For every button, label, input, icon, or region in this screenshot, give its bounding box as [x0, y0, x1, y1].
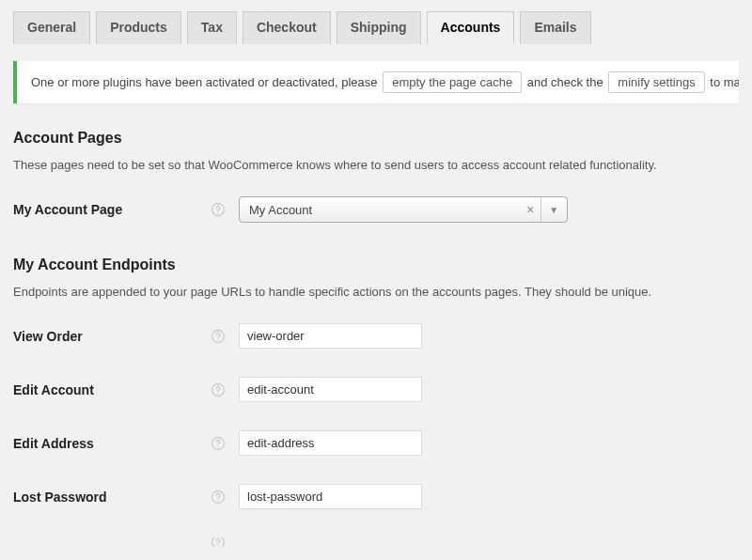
view-order-label: View Order [13, 329, 211, 344]
tab-general[interactable]: General [13, 11, 90, 44]
edit-account-row: Edit Account [13, 377, 739, 402]
notice-text: to ma [710, 75, 739, 89]
svg-point-11 [217, 545, 218, 546]
edit-address-label: Edit Address [13, 436, 211, 451]
account-pages-desc: These pages need to be set so that WooCo… [13, 158, 739, 172]
edit-address-input[interactable] [239, 430, 422, 456]
svg-point-1 [217, 212, 218, 213]
svg-point-3 [217, 339, 218, 340]
view-order-input[interactable] [239, 323, 422, 349]
next-row-partial [13, 537, 739, 547]
tab-checkout[interactable]: Checkout [243, 11, 331, 44]
help-icon[interactable] [211, 490, 226, 505]
help-icon[interactable] [211, 382, 226, 397]
edit-account-label: Edit Account [13, 382, 211, 397]
chevron-down-icon[interactable]: ▼ [540, 197, 561, 222]
account-pages-section: Account Pages These pages need to be set… [13, 130, 739, 223]
lost-password-label: Lost Password [13, 490, 211, 505]
edit-account-input[interactable] [239, 377, 422, 402]
cache-notice: One or more plugins have been activated … [13, 61, 739, 104]
settings-tabs: General Products Tax Checkout Shipping A… [13, 11, 739, 44]
help-icon[interactable] [211, 202, 226, 217]
my-account-endpoints-section: My Account Endpoints Endpoints are appen… [13, 257, 739, 547]
tab-shipping[interactable]: Shipping [337, 11, 421, 44]
view-order-row: View Order [13, 323, 739, 349]
tab-products[interactable]: Products [96, 11, 181, 44]
svg-point-5 [217, 393, 218, 394]
lost-password-input[interactable] [239, 484, 422, 509]
edit-address-row: Edit Address [13, 430, 739, 456]
notice-text: and check the [527, 75, 607, 89]
select-value: My Account [249, 203, 521, 217]
svg-point-7 [217, 446, 218, 447]
minify-settings-button[interactable]: minify settings [608, 71, 704, 94]
tab-tax[interactable]: Tax [187, 11, 237, 44]
lost-password-row: Lost Password [13, 484, 739, 509]
clear-icon[interactable]: × [521, 202, 540, 217]
tab-emails[interactable]: Emails [520, 11, 590, 44]
account-pages-heading: Account Pages [13, 130, 739, 147]
my-account-page-select[interactable]: My Account × ▼ [239, 196, 568, 223]
svg-point-9 [217, 500, 218, 501]
help-icon[interactable] [211, 537, 226, 547]
help-icon[interactable] [211, 436, 226, 451]
empty-page-cache-button[interactable]: empty the page cache [383, 71, 522, 94]
help-icon[interactable] [211, 329, 226, 344]
endpoints-heading: My Account Endpoints [13, 257, 739, 273]
endpoints-desc: Endpoints are appended to your page URLs… [13, 285, 739, 299]
my-account-page-row: My Account Page My Account × ▼ [13, 196, 739, 223]
notice-text: One or more plugins have been activated … [31, 75, 381, 89]
my-account-page-label: My Account Page [13, 202, 211, 217]
tab-accounts[interactable]: Accounts [427, 11, 515, 44]
